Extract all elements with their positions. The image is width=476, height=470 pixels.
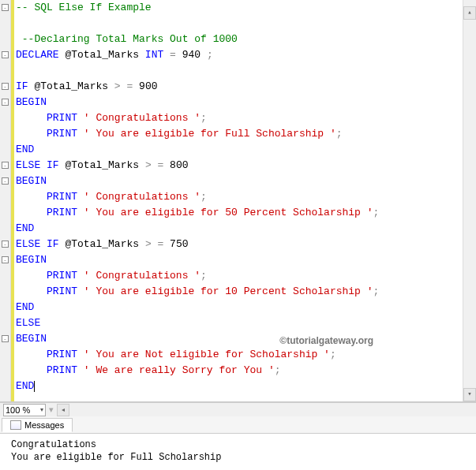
scroll-down-arrow[interactable]: ▾ — [463, 388, 476, 401]
results-tabs: Messages — [0, 416, 476, 434]
messages-pane[interactable]: CongratulationsYou are eligible for Full… — [0, 434, 476, 470]
fold-toggle[interactable]: - — [2, 177, 9, 185]
message-line: Congratulations — [11, 438, 465, 451]
scroll-up-arrow[interactable]: ▴ — [463, 6, 476, 20]
fold-toggle[interactable]: - — [2, 256, 9, 263]
messages-icon — [10, 420, 21, 430]
code-editor[interactable]: --------- -- SQL Else If Example --Decla… — [0, 0, 476, 402]
fold-toggle[interactable]: - — [2, 335, 9, 342]
hscroll-left-arrow[interactable]: ◂ — [57, 404, 69, 416]
fold-toggle[interactable]: - — [2, 241, 9, 248]
chevron-down-icon: ▾ — [40, 406, 43, 413]
fold-toggle[interactable]: - — [2, 83, 9, 90]
fold-toggle[interactable]: - — [2, 51, 9, 58]
fold-gutter: --------- — [0, 0, 11, 401]
zoom-separator: ▾ — [49, 405, 54, 415]
message-line: You are eligible for Full Scholarship — [11, 451, 465, 464]
tab-messages[interactable]: Messages — [2, 418, 73, 432]
vertical-scrollbar[interactable]: ▴ ▾ — [463, 0, 476, 401]
fold-toggle[interactable]: - — [2, 99, 9, 106]
code-content[interactable]: -- SQL Else If Example --Declaring Total… — [14, 0, 476, 401]
tab-label: Messages — [24, 420, 64, 430]
fold-toggle[interactable]: - — [2, 162, 9, 169]
zoom-dropdown[interactable]: 100 % ▾ — [3, 404, 46, 416]
zoom-bar: 100 % ▾ ▾ ◂ — [0, 402, 476, 416]
fold-toggle[interactable]: - — [2, 4, 9, 11]
zoom-value: 100 % — [6, 405, 30, 415]
